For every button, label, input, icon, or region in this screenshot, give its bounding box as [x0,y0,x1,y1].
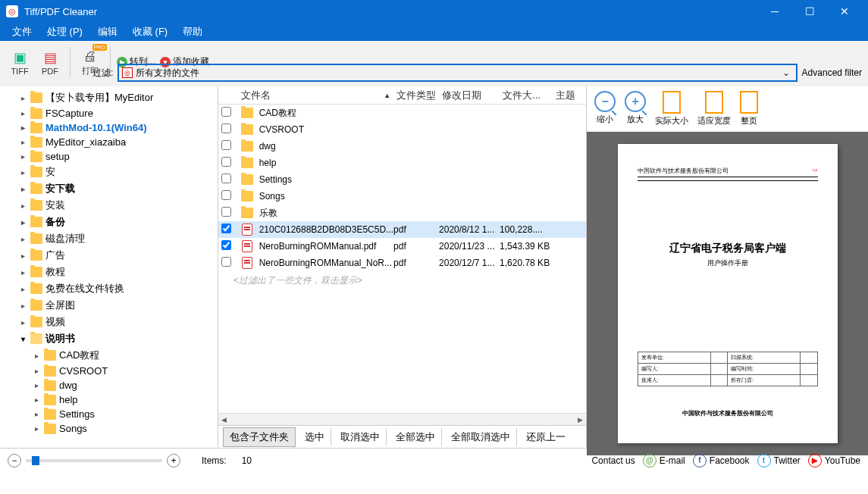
tree-item[interactable]: 免费在线文件转换 [0,280,218,297]
zoom-slider[interactable] [26,459,162,462]
expand-icon[interactable] [18,285,27,293]
twitter-link[interactable]: t Twitter [757,454,801,467]
row-checkbox[interactable] [221,107,231,117]
tree-item[interactable]: 广告 [0,247,218,264]
youtube-link[interactable]: ▶ YouTube [808,454,860,467]
tree-item[interactable]: CAD教程 [0,347,218,364]
file-list[interactable]: CAD教程CVSROOTdwghelpSettingsSongs乐教210C01… [218,105,586,413]
expand-icon[interactable] [18,152,27,161]
expand-icon[interactable] [18,94,27,102]
folder-row[interactable]: CVSROOT [218,121,586,138]
menu-help[interactable]: 帮助 [177,23,208,40]
menu-edit[interactable]: 编辑 [92,23,124,40]
tree-item[interactable]: dwg [0,378,218,392]
tree-item[interactable]: 安 [0,164,218,180]
expand-icon[interactable] [18,252,27,260]
tree-item[interactable]: MathMod-10.1(Win64) [0,120,218,135]
selectall-button[interactable]: 全部选中 [390,428,442,446]
row-checkbox[interactable] [221,140,231,150]
row-checkbox[interactable] [221,257,231,267]
restore-button[interactable]: 还原上一 [520,428,572,446]
email-link[interactable]: @ E-mail [643,454,685,467]
filter-select[interactable]: ◎ 所有支持的文件 ⌄ [118,64,797,82]
expand-icon[interactable] [18,185,27,193]
row-checkbox[interactable] [221,123,231,133]
folder-row[interactable]: Songs [218,188,586,205]
expand-icon[interactable] [18,123,27,132]
expand-icon[interactable] [32,410,41,418]
tree-item[interactable]: CVSROOT [0,364,218,378]
expand-icon[interactable] [32,424,41,433]
tree-item[interactable]: Settings [0,407,218,421]
actualsize-button[interactable]: 实际大小 [655,91,688,127]
horizontal-scrollbar[interactable]: ◀ ▶ [218,413,586,425]
folder-row[interactable]: help [218,155,586,171]
folder-row[interactable]: CAD教程 [218,105,586,121]
expand-icon[interactable] [18,302,27,310]
scroll-left-icon[interactable]: ◀ [218,414,230,425]
expand-icon[interactable] [32,396,41,404]
folder-row[interactable]: dwg [218,138,586,155]
subfolders-toggle[interactable]: 包含子文件夹 [223,427,296,447]
preview-area[interactable]: 中国软件与技术服务股份有限公司 ▭ 辽宁省电子税务局客户端 用户操作手册 发布单… [587,132,868,455]
file-row[interactable]: NeroBurningROMManual.pdfpdf2020/11/23 ..… [218,238,586,255]
facebook-link[interactable]: f Facebook [693,454,750,467]
file-row[interactable]: 210C012688B2DB08D3E5C5D...pdf2020/8/12 1… [218,221,586,238]
tree-item[interactable]: MyEditor_xiazaiba [0,135,218,149]
folder-tree[interactable]: 【安卜载专用】MyEditorFSCaptureMathMod-10.1(Win… [0,86,218,448]
minimize-button[interactable]: ─ [757,0,792,23]
expand-icon[interactable] [18,335,27,343]
expand-icon[interactable] [18,168,27,177]
tree-item[interactable]: Songs [0,421,218,436]
menu-file[interactable]: 文件 [6,23,38,40]
expand-icon[interactable] [32,352,41,360]
col-size[interactable]: 文件大... [503,89,556,102]
tree-item[interactable]: 【安卜载专用】MyEditor [0,89,218,106]
zoom-in-status[interactable]: + [167,454,180,467]
expand-icon[interactable] [32,367,41,375]
contact-link[interactable]: Contact us [591,455,635,466]
print-button[interactable]: 🖨 打印 [77,45,104,78]
expand-icon[interactable] [32,381,41,389]
tree-item[interactable]: 全屏图 [0,297,218,314]
row-checkbox[interactable] [221,224,231,233]
menu-process[interactable]: 处理 (P) [41,23,89,40]
tree-item[interactable]: 教程 [0,264,218,280]
folder-row[interactable]: Settings [218,171,586,188]
fitwidth-button[interactable]: 适应宽度 [697,91,731,127]
zoomout-button[interactable]: − 缩小 [594,91,616,127]
row-checkbox[interactable] [221,157,231,167]
expand-icon[interactable] [18,202,27,210]
expand-icon[interactable] [18,218,27,227]
tree-item[interactable]: 说明书 [0,330,218,347]
advanced-filter-link[interactable]: Advanced filter [802,67,862,78]
zoomin-button[interactable]: + 放大 [625,91,646,127]
folder-row[interactable]: 乐教 [218,205,586,221]
expand-icon[interactable] [18,138,27,146]
col-subject[interactable]: 主题 [556,89,586,102]
expand-icon[interactable] [18,235,27,243]
tree-item[interactable]: 磁盘清理 [0,230,218,247]
scroll-right-icon[interactable]: ▶ [574,414,586,425]
row-checkbox[interactable] [221,190,231,200]
tiff-button[interactable]: ▣ TIFF [6,47,33,77]
deselectall-button[interactable]: 全部取消选中 [445,428,517,446]
tree-item[interactable]: setup [0,149,218,164]
tree-item[interactable]: 备份 [0,214,218,230]
tree-item[interactable]: 安下载 [0,180,218,197]
file-row[interactable]: NeroBurningROMManual_NoR...pdf2020/12/7 … [218,255,586,271]
filter-note[interactable]: <过滤出了一些文件，双击显示> [218,271,586,290]
fullpage-button[interactable]: 整页 [740,91,758,127]
col-name[interactable]: 文件名▲ [237,89,396,102]
tree-item[interactable]: 安装 [0,197,218,214]
zoom-out-status[interactable]: − [8,454,21,467]
deselect-button[interactable]: 取消选中 [334,428,387,446]
tree-item[interactable]: FSCapture [0,106,218,120]
tree-item[interactable]: 视频 [0,314,218,330]
row-checkbox[interactable] [221,207,231,217]
menu-favorites[interactable]: 收藏 (F) [127,23,174,40]
close-button[interactable]: ✕ [827,0,862,23]
expand-icon[interactable] [18,318,27,327]
expand-icon[interactable] [18,268,27,277]
row-checkbox[interactable] [221,240,231,250]
